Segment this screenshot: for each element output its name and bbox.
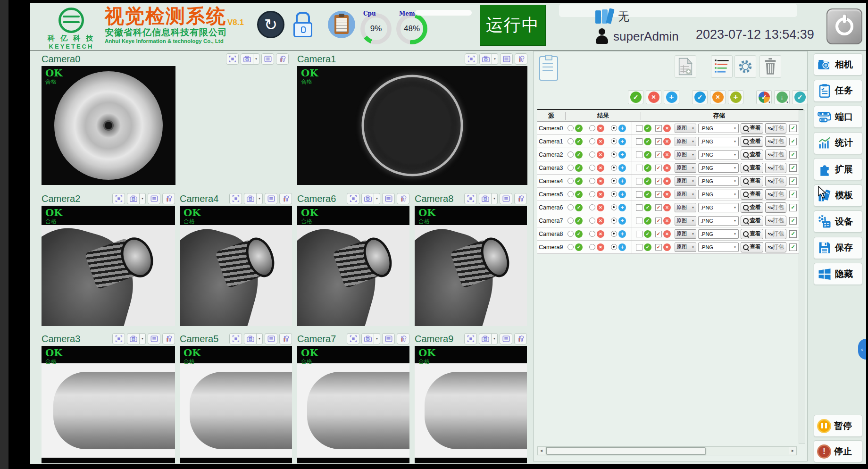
snapshot-button[interactable] xyxy=(479,193,492,204)
image-type-select[interactable]: 原图 xyxy=(675,190,696,199)
sidebar-button-camera[interactable]: 相机 xyxy=(814,53,862,75)
fit-view-button[interactable] xyxy=(464,193,477,204)
list-button[interactable] xyxy=(148,333,160,344)
result-pass-radio[interactable] xyxy=(568,191,574,197)
chart-menu-button[interactable]: ▼ xyxy=(756,90,772,104)
snapshot-dropdown[interactable]: ▼ xyxy=(492,53,498,65)
store-fail-checkbox[interactable] xyxy=(655,231,662,237)
export-table-icon[interactable] xyxy=(675,55,696,78)
tools-button[interactable] xyxy=(514,193,527,204)
format-select[interactable]: .PNG xyxy=(698,243,739,252)
result-all-radio[interactable] xyxy=(611,125,617,131)
enable-checkbox[interactable] xyxy=(789,125,797,132)
store-fail-checkbox[interactable] xyxy=(655,244,662,251)
sidebar-button-puzzle[interactable]: 扩展 xyxy=(814,158,862,180)
result-all-radio[interactable] xyxy=(611,165,617,171)
snapshot-button[interactable] xyxy=(127,193,140,204)
clipboard-icon[interactable] xyxy=(539,56,558,81)
result-fail-radio[interactable] xyxy=(589,218,595,224)
enable-checkbox[interactable] xyxy=(789,217,797,225)
store-pass-checkbox[interactable] xyxy=(636,138,643,145)
list-button[interactable] xyxy=(382,333,395,344)
enable-checkbox[interactable] xyxy=(789,243,797,251)
result-pass-all-button[interactable]: ▼ xyxy=(628,90,643,104)
list-button[interactable] xyxy=(500,333,512,344)
enable-checkbox[interactable] xyxy=(789,151,797,159)
snapshot-dropdown[interactable]: ▼ xyxy=(140,193,146,204)
pack-button[interactable]: ↖↘打包 xyxy=(765,136,786,147)
vertical-scrollbar[interactable] xyxy=(799,110,805,444)
result-fail-radio[interactable] xyxy=(589,204,595,210)
format-select[interactable]: .PNG xyxy=(698,229,739,239)
fit-view-button[interactable] xyxy=(464,333,477,344)
refresh-icon[interactable]: ↻ xyxy=(257,11,284,38)
fit-view-button[interactable] xyxy=(229,193,242,204)
sidebar-button-windows[interactable]: 隐藏 xyxy=(814,263,862,285)
result-all-radio[interactable] xyxy=(611,191,617,197)
result-all-radio[interactable] xyxy=(611,231,617,237)
view-button[interactable]: 查看 xyxy=(741,176,763,186)
store-pass-checkbox[interactable] xyxy=(636,218,643,224)
pack-button[interactable]: ↖↘打包 xyxy=(765,163,786,173)
tools-button[interactable] xyxy=(162,333,175,344)
store-pass-checkbox[interactable] xyxy=(636,204,643,211)
result-fail-radio[interactable] xyxy=(589,244,595,250)
store-pass-checkbox[interactable] xyxy=(636,244,643,251)
pack-button[interactable]: ↖↘打包 xyxy=(765,176,786,186)
result-all-radio[interactable] xyxy=(611,204,617,210)
pause-button[interactable]: 暂停 xyxy=(814,415,862,437)
pack-button[interactable]: ↖↘打包 xyxy=(765,123,786,134)
enable-checkbox[interactable] xyxy=(789,138,797,145)
store-add-all-button[interactable]: ▼ xyxy=(728,90,743,104)
collapse-panel-handle[interactable]: ‹ xyxy=(858,339,866,360)
enable-checkbox[interactable] xyxy=(789,204,797,211)
list-button[interactable] xyxy=(500,53,513,65)
fit-view-button[interactable] xyxy=(112,333,125,344)
camera-image[interactable]: OK 合格 xyxy=(180,206,292,326)
list-button[interactable] xyxy=(265,193,277,204)
horizontal-scrollbar[interactable]: ◄ ► xyxy=(537,446,797,455)
camera-image[interactable]: OK 合格 xyxy=(297,206,409,326)
sidebar-button-stats[interactable]: 统计 xyxy=(814,132,862,154)
image-type-select[interactable]: 原图 xyxy=(675,137,696,146)
view-button[interactable]: 查看 xyxy=(741,136,763,147)
result-all-radio[interactable] xyxy=(611,151,617,158)
image-type-select[interactable]: 原图 xyxy=(675,163,696,173)
scroll-left-arrow[interactable]: ◄ xyxy=(538,447,545,454)
list-button[interactable] xyxy=(261,53,274,65)
enable-checkbox[interactable] xyxy=(789,191,797,198)
snapshot-dropdown[interactable]: ▼ xyxy=(374,193,380,204)
pack-button[interactable]: ↖↘打包 xyxy=(765,242,786,252)
tools-button[interactable] xyxy=(514,333,527,344)
snapshot-button[interactable] xyxy=(127,333,140,344)
snapshot-button[interactable] xyxy=(241,53,253,65)
fit-view-button[interactable] xyxy=(112,193,125,204)
result-add-all-button[interactable]: ▼ xyxy=(664,90,679,104)
snapshot-dropdown[interactable]: ▼ xyxy=(257,333,263,344)
list-button[interactable] xyxy=(265,333,277,344)
result-pass-radio[interactable] xyxy=(568,204,574,210)
view-button[interactable]: 查看 xyxy=(741,242,763,252)
format-select[interactable]: .PNG xyxy=(698,150,739,159)
image-type-select[interactable]: 原图 xyxy=(675,176,696,186)
log-list-icon[interactable] xyxy=(711,55,733,78)
result-pass-radio[interactable] xyxy=(568,231,574,237)
sidebar-button-save[interactable]: 保存 xyxy=(814,237,862,259)
snapshot-button[interactable] xyxy=(361,333,374,344)
download-menu-button[interactable]: ▼ xyxy=(774,90,790,104)
result-fail-radio[interactable] xyxy=(589,178,595,184)
fit-view-button[interactable] xyxy=(229,333,242,344)
format-select[interactable]: .PNG xyxy=(698,216,739,226)
image-type-select[interactable]: 原图 xyxy=(675,243,696,252)
result-fail-radio[interactable] xyxy=(589,125,595,131)
result-pass-radio[interactable] xyxy=(568,218,574,224)
store-fail-checkbox[interactable] xyxy=(655,204,662,211)
snapshot-dropdown[interactable]: ▼ xyxy=(374,333,380,344)
enable-checkbox[interactable] xyxy=(789,177,797,185)
image-type-select[interactable]: 原图 xyxy=(675,150,696,159)
sidebar-button-task[interactable]: 任务 xyxy=(814,80,862,102)
gear-icon[interactable] xyxy=(734,55,756,78)
stop-button[interactable]: 停止 xyxy=(814,440,862,462)
tools-button[interactable] xyxy=(515,53,527,65)
result-all-radio[interactable] xyxy=(611,178,617,184)
